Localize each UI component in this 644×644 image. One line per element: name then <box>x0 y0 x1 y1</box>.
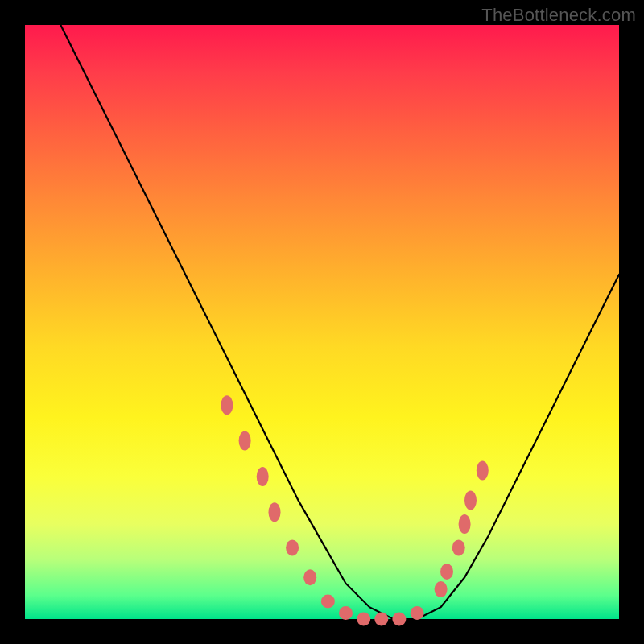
data-marker <box>339 606 353 620</box>
chart-frame: TheBottleneck.com <box>0 0 644 644</box>
chart-overlay <box>25 25 619 619</box>
data-marker <box>286 539 299 555</box>
data-marker <box>269 502 281 522</box>
data-marker <box>321 594 335 608</box>
data-marker <box>239 431 251 451</box>
data-marker <box>477 461 489 481</box>
data-marker <box>440 564 453 580</box>
data-marker <box>464 490 477 510</box>
data-marker <box>303 569 316 585</box>
data-marker <box>392 613 406 626</box>
data-marker <box>374 613 388 626</box>
watermark-text: TheBottleneck.com <box>481 5 636 26</box>
data-marker <box>411 606 424 620</box>
data-marker <box>257 467 269 486</box>
data-marker <box>452 539 465 555</box>
bottleneck-curve <box>60 25 619 619</box>
data-marker <box>221 395 233 415</box>
data-marker <box>435 581 448 597</box>
data-marker <box>459 514 471 534</box>
data-marker <box>357 613 370 626</box>
